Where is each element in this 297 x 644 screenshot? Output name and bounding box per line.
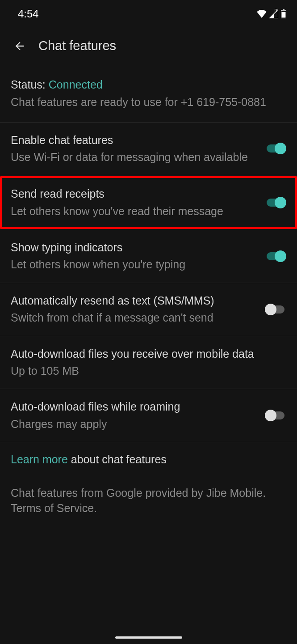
status-icons: R (257, 9, 286, 18)
setting-text: Auto-download files while roamingCharges… (11, 400, 258, 431)
setting-text: Send read receiptsLet others know you've… (11, 187, 258, 218)
setting-title: Send read receipts (11, 187, 258, 201)
provider-text: Chat features from Google provided by Ji… (11, 486, 286, 516)
status-section: Status: Connected Chat features are read… (0, 62, 297, 123)
page-title: Chat features (38, 38, 116, 53)
learn-more-link[interactable]: Learn more (11, 453, 68, 466)
toggle-switch[interactable] (265, 143, 286, 154)
nav-bar-indicator[interactable] (115, 636, 182, 639)
status-value: Connected (49, 78, 103, 91)
back-icon[interactable] (13, 40, 26, 52)
setting-item[interactable]: Show typing indicatorsLet others know wh… (0, 230, 297, 283)
setting-text: Enable chat featuresUse Wi-Fi or data fo… (11, 133, 258, 165)
toggle-switch[interactable] (265, 410, 286, 421)
battery-icon (281, 9, 286, 18)
setting-title: Automatically resend as text (SMS/MMS) (11, 294, 258, 308)
setting-title: Auto-download files while roaming (11, 400, 258, 414)
setting-description: Up to 105 MB (11, 364, 286, 378)
toggle-switch[interactable] (265, 250, 286, 262)
signal-icon: R (269, 9, 278, 18)
status-label: Status: (11, 78, 46, 91)
setting-text: Auto-download files you receive over mob… (11, 347, 286, 378)
setting-text: Automatically resend as text (SMS/MMS)Sw… (11, 294, 258, 325)
setting-title: Show typing indicators (11, 241, 258, 254)
wifi-icon (257, 10, 267, 18)
setting-item[interactable]: Enable chat featuresUse Wi-Fi or data fo… (0, 123, 297, 176)
setting-item[interactable]: Automatically resend as text (SMS/MMS)Sw… (0, 283, 297, 336)
status-description: Chat features are ready to use for +1 61… (11, 95, 286, 110)
learn-more[interactable]: Learn more about chat features (11, 453, 286, 466)
setting-item[interactable]: Send read receiptsLet others know you've… (0, 176, 297, 229)
setting-text: Show typing indicatorsLet others know wh… (11, 241, 258, 272)
toggle-switch[interactable] (265, 304, 286, 315)
learn-more-text: about chat features (68, 453, 167, 466)
setting-title: Enable chat features (11, 133, 258, 147)
setting-description: Let others know you've read their messag… (11, 204, 258, 219)
setting-description: Use Wi-Fi or data for messaging when ava… (11, 150, 258, 165)
setting-item[interactable]: Auto-download files you receive over mob… (0, 336, 297, 390)
header: Chat features (0, 25, 297, 62)
status-bar: 4:54 R (0, 0, 297, 25)
status-line: Status: Connected (11, 78, 286, 91)
setting-item[interactable]: Auto-download files while roamingCharges… (0, 389, 297, 442)
footer-section: Learn more about chat features Chat feat… (0, 442, 297, 527)
svg-rect-2 (282, 12, 286, 18)
setting-description: Charges may apply (11, 417, 258, 432)
toggle-switch[interactable] (265, 197, 286, 208)
setting-description: Switch from chat if a message can't send (11, 310, 258, 325)
setting-title: Auto-download files you receive over mob… (11, 347, 286, 361)
status-time: 4:54 (18, 8, 39, 20)
setting-description: Let others know when you're typing (11, 257, 258, 272)
